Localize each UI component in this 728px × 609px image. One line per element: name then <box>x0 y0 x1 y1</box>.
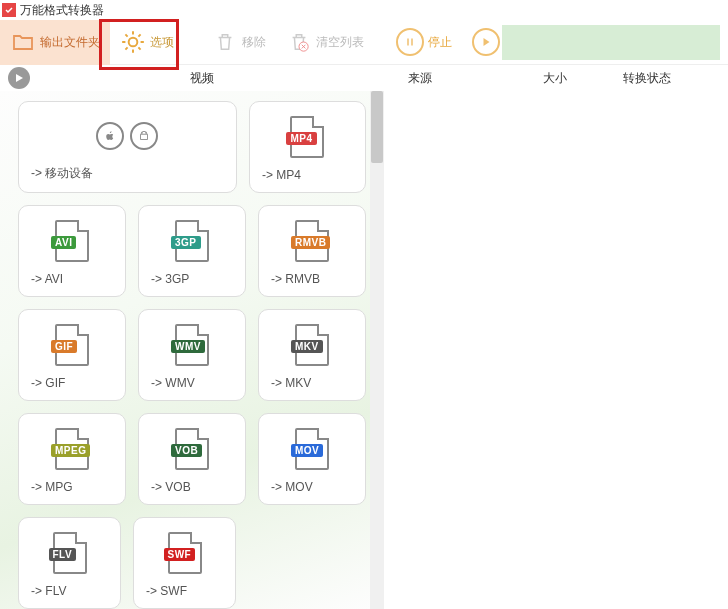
file-icon: 3GP <box>175 220 209 262</box>
sub-header: 视频 来源 大小 转换状态 <box>0 65 728 91</box>
app-logo-icon <box>2 3 16 17</box>
file-list-area <box>384 91 728 609</box>
format-card-rmvb[interactable]: RMVB -> RMVB <box>258 205 366 297</box>
file-icon: MP4 <box>290 116 324 158</box>
format-label: -> MP4 <box>262 168 353 182</box>
clear-label: 清空列表 <box>316 34 364 51</box>
status-panel <box>502 25 720 60</box>
output-folder-button[interactable]: 输出文件夹 <box>0 20 110 65</box>
clear-list-button[interactable]: 清空列表 <box>276 20 374 65</box>
remove-button[interactable]: 移除 <box>202 20 276 65</box>
format-card-mp4[interactable]: MP4 -> MP4 <box>249 101 366 193</box>
format-card-wmv[interactable]: WMV -> WMV <box>138 309 246 401</box>
format-card-mkv[interactable]: MKV -> MKV <box>258 309 366 401</box>
svg-point-0 <box>129 38 138 47</box>
file-icon: RMVB <box>295 220 329 262</box>
apple-icon <box>96 122 124 150</box>
format-card-flv[interactable]: FLV -> FLV <box>18 517 121 609</box>
format-label: -> GIF <box>31 376 113 390</box>
options-label: 选项 <box>150 34 174 51</box>
format-label: -> VOB <box>151 480 233 494</box>
format-card-swf[interactable]: SWF -> SWF <box>133 517 236 609</box>
svg-point-2 <box>143 132 144 133</box>
format-label: -> MKV <box>271 376 353 390</box>
column-size: 大小 <box>543 70 623 87</box>
format-card-mpeg[interactable]: MPEG -> MPG <box>18 413 126 505</box>
format-label: -> FLV <box>31 584 108 598</box>
preview-play-button[interactable] <box>8 67 30 89</box>
output-folder-label: 输出文件夹 <box>40 34 100 51</box>
file-icon: FLV <box>53 532 87 574</box>
remove-label: 移除 <box>242 34 266 51</box>
section-label: 视频 <box>190 70 214 87</box>
folder-icon <box>10 29 36 55</box>
format-label: -> 3GP <box>151 272 233 286</box>
file-icon: WMV <box>175 324 209 366</box>
format-label: -> SWF <box>146 584 223 598</box>
format-label: -> AVI <box>31 272 113 286</box>
column-status: 转换状态 <box>623 70 728 87</box>
format-label: -> MOV <box>271 480 353 494</box>
file-icon: SWF <box>168 532 202 574</box>
pause-icon <box>396 28 424 56</box>
svg-point-3 <box>146 132 147 133</box>
toolbar: 输出文件夹 选项 移除 清空列表 停止 开始 <box>0 20 728 65</box>
format-grid: -> 移动设备 MP4 -> MP4 AVI -> AVI 3GP -> 3GP… <box>0 91 370 609</box>
file-icon: AVI <box>55 220 89 262</box>
stop-button[interactable]: 停止 <box>386 20 462 65</box>
android-icon <box>130 122 158 150</box>
format-card-vob[interactable]: VOB -> VOB <box>138 413 246 505</box>
format-label: -> RMVB <box>271 272 353 286</box>
trash-icon <box>212 29 238 55</box>
file-icon: MOV <box>295 428 329 470</box>
play-icon <box>472 28 500 56</box>
scrollbar[interactable] <box>370 91 384 609</box>
stop-label: 停止 <box>428 34 452 51</box>
format-card-3gp[interactable]: 3GP -> 3GP <box>138 205 246 297</box>
file-icon: VOB <box>175 428 209 470</box>
file-icon: GIF <box>55 324 89 366</box>
main-area: -> 移动设备 MP4 -> MP4 AVI -> AVI 3GP -> 3GP… <box>0 91 728 609</box>
format-card-mobile[interactable]: -> 移动设备 <box>18 101 237 193</box>
format-label: -> 移动设备 <box>31 165 224 182</box>
format-card-avi[interactable]: AVI -> AVI <box>18 205 126 297</box>
options-button[interactable]: 选项 <box>110 20 184 65</box>
title-bar: 万能格式转换器 <box>0 0 728 20</box>
column-source: 来源 <box>408 70 543 87</box>
format-label: -> MPG <box>31 480 113 494</box>
file-icon: MKV <box>295 324 329 366</box>
scrollbar-thumb[interactable] <box>371 91 383 163</box>
gear-icon <box>120 29 146 55</box>
format-card-gif[interactable]: GIF -> GIF <box>18 309 126 401</box>
format-card-mov[interactable]: MOV -> MOV <box>258 413 366 505</box>
format-label: -> WMV <box>151 376 233 390</box>
file-icon: MPEG <box>55 428 89 470</box>
app-title: 万能格式转换器 <box>20 2 104 19</box>
clear-icon <box>286 29 312 55</box>
